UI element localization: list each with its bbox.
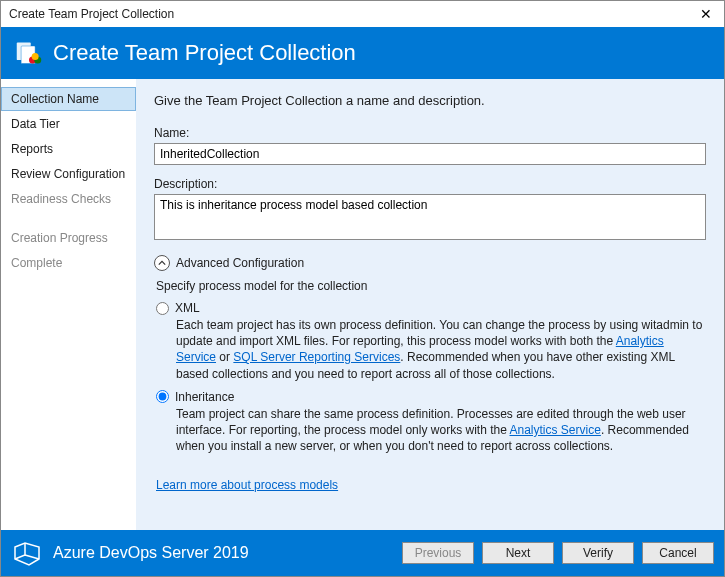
title-bar: Create Team Project Collection ✕ [1, 1, 724, 27]
sidebar-item-creation-progress: Creation Progress [1, 226, 136, 250]
radio-inheritance-input[interactable] [156, 390, 169, 403]
footer-bar: Azure DevOps Server 2019 Previous Next V… [1, 530, 724, 576]
name-label: Name: [154, 126, 706, 140]
window-title: Create Team Project Collection [9, 7, 174, 21]
xml-description: Each team project has its own process de… [176, 317, 706, 382]
sidebar-item-label: Creation Progress [11, 231, 108, 245]
radio-xml-input[interactable] [156, 302, 169, 315]
advanced-toggle-label: Advanced Configuration [176, 256, 304, 270]
sidebar-item-label: Collection Name [11, 92, 99, 106]
header-banner: Create Team Project Collection [1, 27, 724, 79]
radio-inheritance[interactable]: Inheritance [156, 390, 706, 404]
previous-button[interactable]: Previous [402, 542, 474, 564]
inheritance-description: Team project can share the same process … [176, 406, 706, 455]
cancel-button[interactable]: Cancel [642, 542, 714, 564]
learn-more-wrap: Learn more about process models [156, 478, 706, 492]
next-button[interactable]: Next [482, 542, 554, 564]
description-input[interactable] [154, 194, 706, 240]
sidebar-item-complete: Complete [1, 251, 136, 275]
azure-devops-logo-icon [11, 537, 43, 569]
advanced-toggle[interactable]: Advanced Configuration [154, 255, 706, 271]
collection-icon [15, 39, 43, 67]
description-label: Description: [154, 177, 706, 191]
sidebar-separator [1, 212, 136, 226]
link-analytics-service-inh[interactable]: Analytics Service [510, 423, 601, 437]
footer-buttons: Previous Next Verify Cancel [402, 542, 714, 564]
radio-inheritance-label: Inheritance [175, 390, 234, 404]
page-title: Create Team Project Collection [53, 40, 356, 66]
sidebar-item-reports[interactable]: Reports [1, 137, 136, 161]
sidebar-item-readiness-checks: Readiness Checks [1, 187, 136, 211]
chevron-up-icon [154, 255, 170, 271]
learn-more-link[interactable]: Learn more about process models [156, 478, 338, 492]
footer-brand: Azure DevOps Server 2019 [53, 544, 392, 562]
radio-xml[interactable]: XML [156, 301, 706, 315]
close-icon[interactable]: ✕ [696, 7, 716, 21]
sidebar-item-label: Readiness Checks [11, 192, 111, 206]
sidebar-item-label: Review Configuration [11, 167, 125, 181]
svg-point-4 [32, 53, 39, 60]
sidebar-item-label: Reports [11, 142, 53, 156]
sidebar-item-data-tier[interactable]: Data Tier [1, 112, 136, 136]
sidebar-item-review-configuration[interactable]: Review Configuration [1, 162, 136, 186]
sidebar-item-label: Complete [11, 256, 62, 270]
radio-xml-label: XML [175, 301, 200, 315]
sidebar: Collection Name Data Tier Reports Review… [1, 79, 136, 530]
name-input[interactable] [154, 143, 706, 165]
main-panel: Give the Team Project Collection a name … [136, 79, 724, 530]
body: Collection Name Data Tier Reports Review… [1, 79, 724, 530]
link-sql-reporting-services[interactable]: SQL Server Reporting Services [233, 350, 400, 364]
sidebar-item-collection-name[interactable]: Collection Name [1, 87, 136, 111]
verify-button[interactable]: Verify [562, 542, 634, 564]
sidebar-item-label: Data Tier [11, 117, 60, 131]
process-model-subhead: Specify process model for the collection [156, 279, 706, 293]
instruction-text: Give the Team Project Collection a name … [154, 93, 706, 108]
